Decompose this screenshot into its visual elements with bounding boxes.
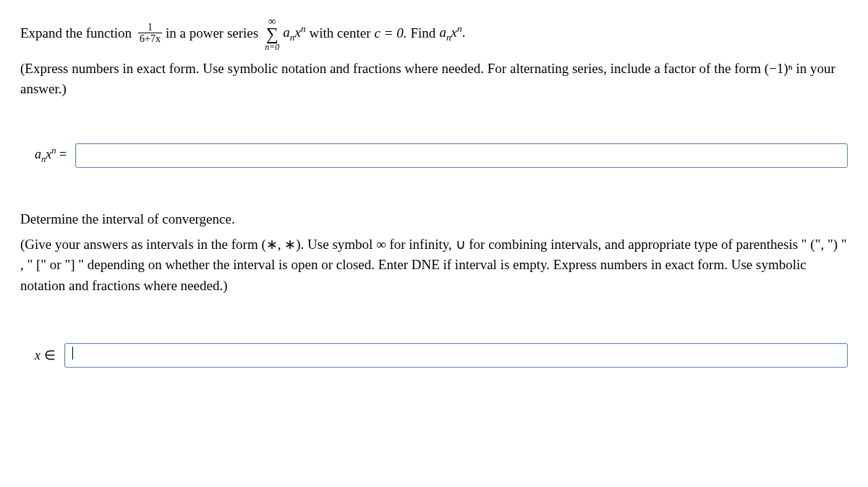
summation-symbol: ∞ ∑ n=0 (265, 16, 279, 51)
sigma-icon: ∑ (266, 27, 278, 43)
text-cursor-icon (72, 347, 73, 360)
prompt-text-2: in a power series (166, 25, 258, 41)
answer-row-2: x ∈ (35, 343, 848, 368)
answer-1-label: anxn = (35, 145, 67, 165)
fraction-denominator: 6+7x (138, 33, 162, 46)
question-2-heading: Determine the interval of convergence. (20, 211, 848, 227)
sum-lower: n=0 (265, 43, 279, 51)
fraction-numerator: 1 (146, 22, 154, 33)
answer-1-input[interactable] (75, 143, 848, 168)
center-eq: c = 0. (375, 25, 407, 41)
answer-2-label: x ∈ (35, 347, 56, 363)
prompt-text-3: with center (310, 25, 371, 41)
fraction: 1 6+7x (138, 22, 162, 46)
instructions-1: (Express numbers in exact form. Use symb… (20, 59, 848, 100)
sum-term: anxn (283, 23, 305, 43)
answer-2-input[interactable] (64, 343, 848, 368)
prompt-text-4: Find (411, 25, 436, 41)
answer-row-1: anxn = (35, 143, 848, 168)
prompt-text-1: Expand the function (20, 25, 132, 41)
instructions-2: (Give your answers as intervals in the f… (20, 234, 848, 297)
find-term: anxn. (439, 23, 465, 43)
question-prompt: Expand the function 1 6+7x in a power se… (20, 16, 848, 51)
